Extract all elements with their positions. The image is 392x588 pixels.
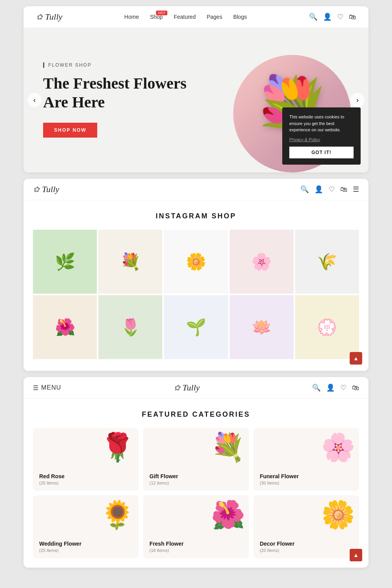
gift-flower-emoji: 💐: [211, 431, 245, 463]
scroll-top-button-3[interactable]: ▲: [350, 549, 362, 561]
nav-featured[interactable]: Featured: [174, 14, 196, 20]
gift-flower-name: Gift Flower: [149, 442, 178, 479]
funeral-flower-count: (30 Items): [260, 481, 279, 485]
red-rose-emoji: 🌹: [100, 431, 134, 463]
wishlist-icon-3[interactable]: ♡: [340, 383, 347, 392]
gift-flower-count: (12 Items): [149, 481, 169, 485]
brand-name-3: Tully: [183, 383, 200, 393]
insta-item-8[interactable]: 🪷: [230, 295, 294, 359]
nav-blogs[interactable]: Blogs: [233, 14, 247, 20]
insta-flower-1: 💐: [98, 230, 162, 294]
search-icon[interactable]: 🔍: [309, 13, 318, 21]
instagram-panel: ✿ Tully 🔍 👤 ♡ 🛍 ☰ INSTAGRAM SHOP 🌿 💐 🌼 🌸…: [24, 179, 368, 371]
insta-item-5[interactable]: 🌺: [33, 295, 97, 359]
search-icon-3[interactable]: 🔍: [312, 383, 321, 392]
decor-flower-name: Decor Flower: [260, 509, 295, 547]
brand-name: Tully: [45, 12, 62, 22]
featured-title: FEATURED CATEGORIES: [33, 410, 359, 419]
user-icon-3[interactable]: 👤: [326, 383, 335, 392]
menu-icon-2[interactable]: ☰: [353, 185, 359, 194]
category-wedding-flower[interactable]: 🌻 Wedding Flower (25 Items): [33, 495, 138, 558]
nav-icon-group: 🔍 👤 ♡ 🛍: [309, 13, 356, 21]
insta-flower-9: 💮: [295, 295, 359, 359]
hero-panel: ✿ Tully Home Shop HOT Featured Pages Blo…: [24, 6, 368, 172]
user-icon-2[interactable]: 👤: [314, 185, 323, 194]
category-gift-flower[interactable]: 💐 Gift Flower (12 Items): [143, 428, 249, 491]
funeral-flower-emoji: 🌸: [321, 431, 355, 463]
funeral-flower-name: Funeral Flower: [260, 442, 299, 479]
menu-label[interactable]: ☰ MENU: [33, 384, 61, 392]
featured-section: FEATURED CATEGORIES 🌹 Red Rose (20 Items…: [24, 399, 368, 568]
hero-content: FLOWER SHOP The Freshest Flowers Are Her…: [24, 47, 216, 153]
brand-name-2: Tully: [42, 184, 59, 194]
hero-title: The Freshest Flowers Are Here: [43, 74, 196, 112]
categories-grid: 🌹 Red Rose (20 Items) 💐 Gift Flower (12 …: [33, 428, 359, 558]
insta-item-1[interactable]: 💐: [98, 230, 162, 294]
cookie-banner: This website uses cookies to ensure you …: [282, 107, 361, 165]
insta-item-9[interactable]: 💮: [295, 295, 359, 359]
nav-home[interactable]: Home: [124, 14, 139, 20]
insta-flower-7: 🌱: [164, 295, 228, 359]
wishlist-icon[interactable]: ♡: [337, 13, 343, 21]
cookie-accept-button[interactable]: GOT IT!: [289, 147, 354, 158]
hero-section: ‹ FLOWER SHOP The Freshest Flowers Are H…: [24, 27, 368, 172]
insta-item-6[interactable]: 🌷: [98, 295, 162, 359]
insta-item-7[interactable]: 🌱: [164, 295, 228, 359]
nav-links: Home Shop HOT Featured Pages Blogs: [124, 14, 247, 20]
fresh-flower-count: (18 Items): [149, 548, 169, 553]
insta-item-2[interactable]: 🌼: [164, 230, 228, 294]
wedding-flower-count: (25 Items): [39, 548, 59, 553]
wishlist-icon-2[interactable]: ♡: [328, 185, 335, 194]
insta-item-4[interactable]: 🌾: [295, 230, 359, 294]
red-rose-count: (20 Items): [39, 481, 59, 485]
instagram-title: INSTAGRAM SHOP: [33, 212, 359, 220]
wedding-flower-emoji: 🌻: [100, 499, 134, 531]
category-decor-flower[interactable]: 🌼 Decor Flower (20 Items): [254, 495, 359, 558]
decor-flower-count: (20 Items): [260, 548, 279, 553]
insta-flower-0: 🌿: [33, 230, 97, 294]
insta-item-0[interactable]: 🌿: [33, 230, 97, 294]
shop-now-button[interactable]: SHOP NOW: [43, 123, 97, 138]
user-icon[interactable]: 👤: [323, 13, 332, 21]
insta-flower-4: 🌾: [295, 230, 359, 294]
nav-pages[interactable]: Pages: [207, 14, 222, 20]
fresh-flower-name: Fresh Flower: [149, 509, 183, 547]
panel3-nav-icons: 🔍 👤 ♡ 🛍: [312, 383, 359, 392]
instagram-grid: 🌿 💐 🌼 🌸 🌾 🌺 🌷 🌱 🪷 💮: [33, 230, 359, 359]
panel2-nav: ✿ Tully 🔍 👤 ♡ 🛍 ☰: [24, 179, 368, 200]
logo-icon-2: ✿: [33, 185, 40, 194]
category-funeral-flower[interactable]: 🌸 Funeral Flower (30 Items): [254, 428, 359, 491]
category-fresh-flower[interactable]: 🌺 Fresh Flower (18 Items): [143, 495, 249, 558]
hero-arrow-left[interactable]: ‹: [27, 93, 42, 107]
cart-icon-2[interactable]: 🛍: [340, 185, 347, 194]
logo-3[interactable]: ✿ Tully: [174, 383, 200, 393]
instagram-section: INSTAGRAM SHOP 🌿 💐 🌼 🌸 🌾 🌺 🌷 🌱 🪷 💮: [24, 200, 368, 371]
cart-icon[interactable]: 🛍: [349, 13, 356, 21]
hero-label: FLOWER SHOP: [43, 62, 196, 68]
logo[interactable]: ✿ Tully: [36, 12, 62, 22]
cart-icon-3[interactable]: 🛍: [352, 384, 359, 392]
fresh-flower-emoji: 🌺: [211, 499, 245, 531]
nav-shop[interactable]: Shop HOT: [150, 14, 163, 20]
logo-icon: ✿: [36, 12, 43, 22]
wedding-flower-name: Wedding Flower: [39, 509, 82, 547]
logo-2[interactable]: ✿ Tully: [33, 184, 59, 194]
red-rose-name: Red Rose: [39, 442, 65, 479]
logo-icon-3: ✿: [174, 383, 180, 392]
scroll-top-button-2[interactable]: ▲: [350, 352, 362, 365]
insta-flower-6: 🌷: [98, 295, 162, 359]
insta-flower-2: 🌼: [164, 230, 228, 294]
panel3-nav: ☰ MENU ✿ Tully 🔍 👤 ♡ 🛍: [24, 377, 368, 399]
insta-flower-5: 🌺: [33, 295, 97, 359]
hamburger-icon: ☰: [33, 384, 39, 392]
category-red-rose[interactable]: 🌹 Red Rose (20 Items): [33, 428, 138, 491]
menu-text: MENU: [41, 384, 61, 391]
hero-arrow-right[interactable]: ›: [350, 93, 365, 107]
search-icon-2[interactable]: 🔍: [300, 185, 309, 194]
cookie-text: This website uses cookies to ensure you …: [289, 114, 354, 133]
insta-item-3[interactable]: 🌸: [230, 230, 294, 294]
categories-panel: ☰ MENU ✿ Tully 🔍 👤 ♡ 🛍 FEATURED CATEGORI…: [24, 377, 368, 568]
insta-flower-8: 🪷: [230, 295, 294, 359]
cookie-privacy-link[interactable]: Privacy & Policy: [289, 136, 354, 143]
decor-flower-emoji: 🌼: [321, 499, 355, 531]
